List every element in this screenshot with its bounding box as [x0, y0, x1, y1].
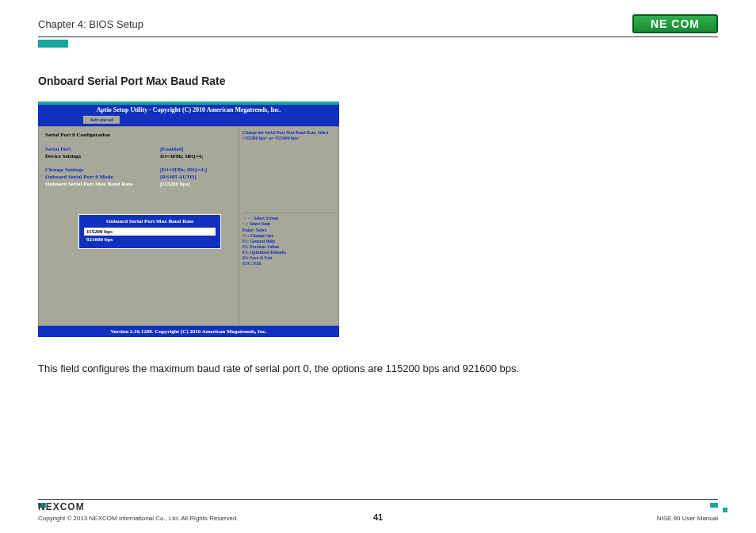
- setting-label: Serial Port: [45, 146, 160, 152]
- chapter-title: Chapter 4: BIOS Setup: [38, 18, 143, 30]
- section-title: Onboard Serial Port Max Baud Rate: [38, 75, 226, 87]
- help-key-line: ESC: Exit: [242, 261, 335, 266]
- page-number: 41: [0, 512, 756, 522]
- help-key-line: F3: Optimized Defaults: [242, 250, 335, 255]
- bios-screenshot: Aptio Setup Utility - Copyright (C) 2010…: [38, 102, 339, 337]
- bios-setting-row[interactable]: Change Settings[IO=3F8h; IRQ=4;]: [45, 167, 232, 173]
- logo-text: NE COM: [651, 17, 700, 30]
- setting-value: [Enabled]: [160, 146, 232, 152]
- popup-option[interactable]: 115200 bps: [84, 228, 216, 236]
- help-key-line: F4: Save & Exit: [242, 255, 335, 261]
- nexcom-logo-top: NE COM: [632, 14, 718, 33]
- help-key-line: F1: General Help: [242, 239, 335, 244]
- footer-rule: [38, 499, 718, 500]
- bios-tab-advanced[interactable]: Advanced: [82, 115, 120, 124]
- footer-accent-right: [710, 503, 718, 508]
- setting-value: IO=3F8h; IRQ=4;: [160, 153, 232, 159]
- help-keys-block: →←: Select Screen↑↓: Select ItemEnter: S…: [242, 213, 335, 266]
- description-text: This field configures the maximum baud r…: [38, 361, 593, 377]
- bios-titlebar: Aptio Setup Utility - Copyright (C) 2010…: [38, 105, 339, 115]
- bios-setting-row[interactable]: Onboard Serial Port 0 Mode[RS485 AUTO]: [45, 174, 232, 180]
- setting-label: Onboard Serial Port Max Baud Rate: [45, 181, 160, 187]
- help-key-line: +/-: Change Opt.: [242, 233, 335, 239]
- header-rule: [38, 36, 718, 37]
- popup-option[interactable]: 921600 bps: [84, 236, 216, 243]
- bios-footer: Version 2.10.1208. Copyright (C) 2010 Am…: [38, 326, 339, 337]
- bios-setting-row[interactable]: Device SettingsIO=3F8h; IRQ=4;: [45, 153, 232, 159]
- popup-title: Onboard Serial Port Max Baud Rate: [84, 218, 216, 224]
- bios-help-panel: Change the Serial Port Max Baud Rate. Se…: [239, 127, 338, 325]
- bios-setting-row[interactable]: Serial Port[Enabled]: [45, 146, 232, 152]
- help-key-line: Enter: Select: [242, 228, 335, 233]
- setting-value: [115200 bps]: [160, 181, 232, 187]
- help-key-line: →←: Select Screen: [242, 216, 335, 221]
- setting-label: Device Settings: [45, 153, 160, 159]
- help-description: Change the Serial Port Max Baud Rate. Se…: [242, 130, 335, 141]
- bios-body: Serial Port 0 Configuration Serial Port[…: [38, 126, 339, 326]
- manual-name: NISE 90 User Manual: [657, 515, 718, 522]
- nexcom-logo-bottom: NEXCOM: [38, 501, 85, 512]
- setting-label: Onboard Serial Port 0 Mode: [45, 174, 160, 180]
- setting-label: Change Settings: [45, 167, 160, 173]
- config-header: Serial Port 0 Configuration: [45, 132, 232, 138]
- header-accent-bar: [38, 40, 68, 48]
- page-header: Chapter 4: BIOS Setup NE COM: [38, 14, 718, 33]
- help-key-line: F2: Previous Values: [242, 244, 335, 250]
- setting-value: [IO=3F8h; IRQ=4;]: [160, 167, 232, 173]
- bios-setting-row[interactable]: Onboard Serial Port Max Baud Rate[115200…: [45, 181, 232, 187]
- help-key-line: ↑↓: Select Item: [242, 221, 335, 227]
- bios-left-panel: Serial Port 0 Configuration Serial Port[…: [39, 127, 239, 325]
- baud-rate-popup: Onboard Serial Port Max Baud Rate 115200…: [78, 214, 221, 249]
- setting-value: [RS485 AUTO]: [160, 174, 232, 180]
- bios-tab-row: Advanced: [38, 115, 339, 126]
